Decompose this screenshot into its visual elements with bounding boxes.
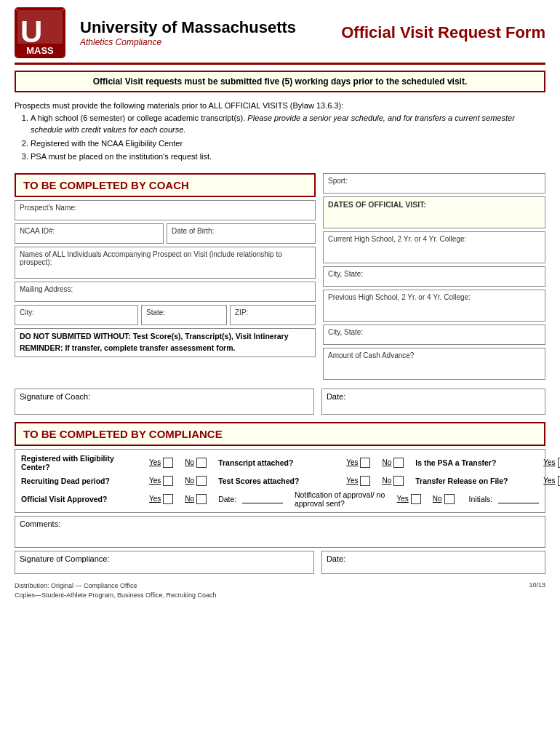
svg-text:MASS: MASS bbox=[26, 45, 54, 56]
city-state-label: City, State: bbox=[328, 270, 540, 278]
distribution-text: Distribution: Original — Compliance Offi… bbox=[15, 581, 216, 601]
transcript-no-label: No bbox=[382, 458, 391, 466]
accompanying-field: Names of ALL Individuals Accompanying Pr… bbox=[15, 247, 316, 279]
sport-field: Sport: bbox=[323, 173, 545, 194]
cash-advance-label: Amount of Cash Advance? bbox=[328, 351, 540, 359]
compliance-date-field: Date: bbox=[321, 551, 545, 574]
umass-logo: U MASS bbox=[15, 7, 65, 58]
approved-date-line[interactable] bbox=[242, 494, 283, 503]
city-label: City: bbox=[20, 308, 133, 316]
reg-eligibility-no-group: No bbox=[185, 458, 207, 468]
ncaa-id-label: NCAA ID#: bbox=[20, 227, 159, 235]
transcript-no-checkbox[interactable] bbox=[393, 458, 404, 468]
state-label: State: bbox=[146, 308, 222, 316]
notice1-text: DO NOT SUBMITED WITHOUT: Test Score(s), … bbox=[20, 332, 311, 340]
signature-row: Signature of Coach: Date: bbox=[15, 389, 545, 415]
approved-yes-checkbox[interactable] bbox=[163, 494, 173, 504]
notif-no-label: No bbox=[433, 495, 442, 503]
compliance-grid: Registered with Eligibility Center? Yes … bbox=[15, 449, 545, 513]
notice-box: Official Visit requests must be submitte… bbox=[15, 71, 545, 92]
notif-yes-checkbox[interactable] bbox=[411, 494, 421, 504]
release-yes-checkbox[interactable] bbox=[558, 476, 560, 486]
ncaa-dob-row: NCAA ID#: Date of Birth: bbox=[15, 223, 316, 244]
athletics-label: Athletics Compliance bbox=[80, 37, 341, 47]
notif-no-checkbox[interactable] bbox=[444, 494, 455, 504]
comments-box: Comments: bbox=[15, 516, 545, 548]
intro-item-1-main: A high school (6 semester) or college ac… bbox=[31, 113, 245, 122]
transcript-no-group: No bbox=[382, 458, 404, 468]
dob-field: Date of Birth: bbox=[167, 223, 316, 244]
compliance-signature-label: Signature of Compliance: bbox=[20, 554, 309, 563]
test-scores-label: Test Scores attached? bbox=[218, 477, 342, 485]
zip-label: ZIP: bbox=[235, 308, 311, 316]
approved-no-group: No bbox=[185, 494, 207, 504]
intro-list: A high school (6 semester) or college ac… bbox=[31, 112, 545, 163]
state-field: State: bbox=[141, 305, 227, 325]
mailing-address-field: Mailing Address: bbox=[15, 282, 316, 302]
distribution-date: 10/13 bbox=[529, 581, 545, 601]
intro-item-2: Registered with the NCAA Eligibility Cen… bbox=[31, 138, 545, 150]
coach-signature-field: Signature of Coach: bbox=[15, 389, 314, 415]
official-visit-approved-label: Official Visit Approved? bbox=[21, 495, 145, 503]
scores-no-checkbox[interactable] bbox=[393, 476, 404, 486]
compliance-row-3: Official Visit Approved? Yes No Date: No… bbox=[21, 490, 539, 508]
dates-label: DATES OF OFFICIAL VISIT: bbox=[328, 200, 540, 209]
scores-no-group: No bbox=[382, 476, 404, 486]
initials-label: Initials: bbox=[469, 495, 493, 503]
scores-yes-checkbox[interactable] bbox=[360, 476, 370, 486]
accompanying-label: Names of ALL Individuals Accompanying Pr… bbox=[20, 250, 311, 266]
dist-line2: Copies—Student-Athlete Program, Business… bbox=[15, 591, 216, 601]
transcript-label: Transcript attached? bbox=[218, 458, 342, 467]
scores-yes-group: Yes bbox=[346, 476, 370, 486]
psa-yes-checkbox[interactable] bbox=[558, 458, 560, 468]
svg-text:U: U bbox=[20, 15, 42, 49]
reg-no-label: No bbox=[185, 458, 194, 466]
notif-no-group: No bbox=[433, 494, 455, 504]
approved-no-checkbox[interactable] bbox=[196, 494, 207, 504]
city-state2-field: City, State: bbox=[323, 324, 545, 345]
cash-advance-field: Amount of Cash Advance? bbox=[323, 348, 545, 380]
coach-section-heading: TO BE COMPLETED BY COACH bbox=[15, 173, 316, 197]
notice-text: Official Visit requests must be submitte… bbox=[93, 76, 468, 87]
psa-transfer-label: Is the PSA a Transfer? bbox=[415, 458, 539, 467]
dead-no-label: No bbox=[185, 477, 194, 485]
dead-yes-label: Yes bbox=[149, 477, 161, 485]
approved-yes-group: Yes bbox=[149, 494, 173, 504]
previous-school-field: Previous High School, 2 Yr. or 4 Yr. Col… bbox=[323, 290, 545, 322]
current-school-field: Current High School, 2 Yr. or 4 Yr. Coll… bbox=[323, 231, 545, 263]
approved-yes-label: Yes bbox=[149, 495, 161, 503]
intro-section: Prospects must provide the following mat… bbox=[15, 100, 545, 163]
dead-no-checkbox[interactable] bbox=[196, 476, 207, 486]
notice2-text: REMINDER: If transfer, complete transfer… bbox=[20, 343, 311, 352]
city-state-zip-row: City: State: ZIP: bbox=[15, 305, 316, 325]
transcript-yes-group: Yes bbox=[346, 458, 370, 468]
header-text-block: University of Massachusetts Athletics Co… bbox=[80, 18, 341, 47]
notice-field: DO NOT SUBMITED WITHOUT: Test Score(s), … bbox=[15, 328, 316, 357]
city-state2-label: City, State: bbox=[328, 328, 540, 336]
comments-label: Comments: bbox=[20, 519, 540, 528]
reg-eligibility-yes-group: Yes bbox=[149, 458, 173, 468]
reg-yes-checkbox[interactable] bbox=[163, 458, 173, 468]
initials-line[interactable] bbox=[498, 494, 539, 503]
dead-yes-checkbox[interactable] bbox=[163, 476, 173, 486]
distribution-section: Distribution: Original — Compliance Offi… bbox=[15, 581, 545, 601]
transcript-yes-label: Yes bbox=[346, 458, 358, 466]
approved-date-label: Date: bbox=[218, 495, 236, 503]
dead-no-group: No bbox=[185, 476, 207, 486]
intro-preamble: Prospects must provide the following mat… bbox=[15, 100, 545, 112]
prospects-name-label: Prospect's Name: bbox=[20, 204, 311, 212]
prospects-name-field: Prospect's Name: bbox=[15, 200, 316, 220]
reg-no-checkbox[interactable] bbox=[196, 458, 207, 468]
scores-no-label: No bbox=[382, 477, 391, 485]
logo-block: U MASS bbox=[15, 7, 65, 58]
transcript-yes-checkbox[interactable] bbox=[360, 458, 370, 468]
intro-item-1: A high school (6 semester) or college ac… bbox=[31, 112, 545, 136]
compliance-row-1: Registered with Eligibility Center? Yes … bbox=[21, 454, 539, 471]
footer-sig-row: Signature of Compliance: Date: bbox=[15, 551, 545, 574]
notif-yes-group: Yes bbox=[396, 494, 420, 504]
compliance-signature-field: Signature of Compliance: bbox=[15, 551, 314, 574]
main-form-columns: TO BE COMPLETED BY COACH Prospect's Name… bbox=[15, 173, 545, 383]
dead-yes-group: Yes bbox=[149, 476, 173, 486]
previous-school-label: Previous High School, 2 Yr. or 4 Yr. Col… bbox=[328, 293, 540, 301]
university-name: University of Massachusetts bbox=[80, 18, 341, 37]
